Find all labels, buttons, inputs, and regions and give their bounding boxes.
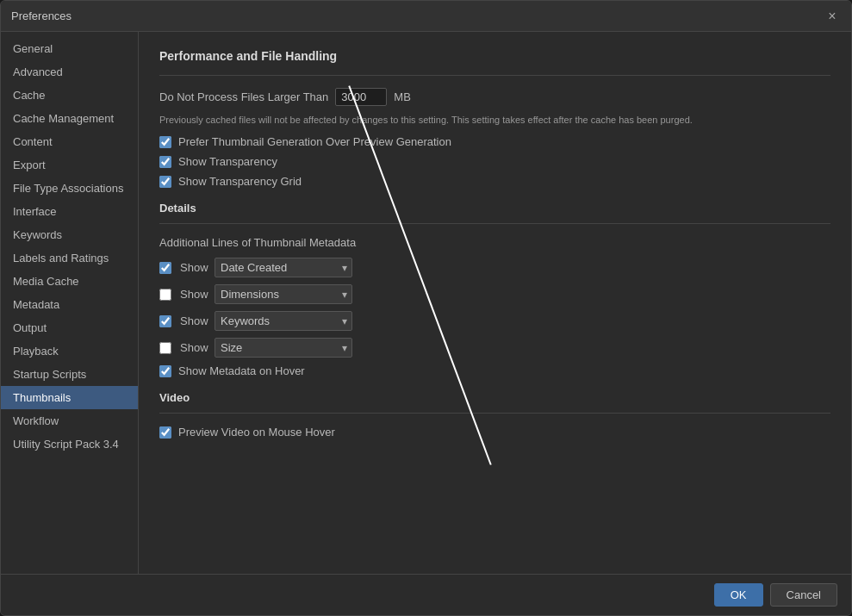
file-size-label: Do Not Process Files Larger Than	[159, 90, 328, 103]
sidebar-item-file-type-associations[interactable]: File Type Associations	[1, 177, 138, 200]
show-label-4: Show	[180, 341, 206, 354]
performance-section-title: Performance and File Handling	[159, 49, 830, 63]
footer: OK Cancel	[1, 574, 851, 615]
sidebar: GeneralAdvancedCacheCache ManagementCont…	[1, 32, 139, 574]
sidebar-item-keywords[interactable]: Keywords	[1, 223, 138, 246]
sidebar-item-cache-management[interactable]: Cache Management	[1, 107, 138, 130]
preview-video-checkbox[interactable]	[159, 426, 171, 439]
details-subtitle: Additional Lines of Thumbnail Metadata	[159, 236, 830, 249]
cancel-button[interactable]: Cancel	[770, 583, 837, 607]
dropdown-select-3[interactable]: Date Created Dimensions Keywords Size Fi…	[215, 311, 352, 331]
sidebar-item-startup-scripts[interactable]: Startup Scripts	[1, 363, 138, 386]
file-size-row: Do Not Process Files Larger Than MB	[159, 88, 830, 106]
sidebar-item-metadata[interactable]: Metadata	[1, 293, 138, 316]
file-size-input[interactable]	[335, 88, 387, 106]
title-bar: Preferences ×	[1, 1, 851, 32]
preview-video-row: Preview Video on Mouse Hover	[159, 426, 830, 439]
sidebar-item-workflow[interactable]: Workflow	[1, 409, 138, 432]
select-wrapper-2: Date Created Dimensions Keywords Size Fi…	[215, 284, 352, 304]
show-metadata-checkbox[interactable]	[159, 365, 171, 377]
details-title: Details	[159, 202, 830, 215]
close-button[interactable]: ×	[824, 8, 841, 25]
show-metadata-label: Show Metadata on Hover	[178, 364, 305, 377]
video-section: Video Preview Video on Mouse Hover	[159, 391, 830, 439]
show-label-1: Show	[180, 261, 206, 274]
show-transparency-row: Show Transparency	[159, 155, 830, 168]
prefer-thumbnail-checkbox[interactable]	[159, 136, 171, 148]
sidebar-item-cache[interactable]: Cache	[1, 84, 138, 107]
show-label-3: Show	[180, 314, 206, 327]
prefer-thumbnail-label: Prefer Thumbnail Generation Over Preview…	[178, 135, 451, 148]
main-content: Performance and File Handling Do Not Pro…	[139, 32, 851, 574]
dialog-title: Preferences	[11, 9, 72, 22]
sidebar-item-general[interactable]: General	[1, 37, 138, 60]
dropdown-select-2[interactable]: Date Created Dimensions Keywords Size Fi…	[215, 284, 352, 304]
dialog-body: GeneralAdvancedCacheCache ManagementCont…	[1, 32, 851, 574]
video-title: Video	[159, 391, 830, 404]
sidebar-item-labels-and-ratings[interactable]: Labels and Ratings	[1, 246, 138, 270]
select-wrapper-1: Date Created Dimensions Keywords Size Fi…	[215, 258, 352, 277]
sidebar-item-media-cache[interactable]: Media Cache	[1, 270, 138, 293]
sidebar-item-thumbnails[interactable]: Thumbnails	[1, 386, 138, 409]
preview-video-label: Preview Video on Mouse Hover	[178, 426, 335, 439]
dropdown-checkbox-2[interactable]	[159, 289, 171, 301]
show-transparency-grid-row: Show Transparency Grid	[159, 175, 830, 188]
show-transparency-grid-checkbox[interactable]	[159, 176, 171, 188]
details-section: Details Additional Lines of Thumbnail Me…	[159, 202, 830, 377]
select-wrapper-3: Date Created Dimensions Keywords Size Fi…	[215, 311, 352, 331]
show-transparency-checkbox[interactable]	[159, 156, 171, 168]
dropdown-checkbox-3[interactable]	[159, 315, 171, 327]
dropdown-checkbox-4[interactable]	[159, 342, 171, 354]
file-size-unit: MB	[394, 90, 411, 103]
sidebar-item-utility-script-pack[interactable]: Utility Script Pack 3.4	[1, 432, 138, 456]
show-label-2: Show	[180, 288, 206, 301]
show-transparency-grid-label: Show Transparency Grid	[178, 175, 302, 188]
dropdown-checkbox-1[interactable]	[159, 262, 171, 274]
dropdown-row-4: Show Date Created Dimensions Keywords Si…	[159, 338, 830, 358]
sidebar-item-advanced[interactable]: Advanced	[1, 60, 138, 84]
dropdown-select-1[interactable]: Date Created Dimensions Keywords Size Fi…	[215, 258, 352, 277]
sidebar-item-interface[interactable]: Interface	[1, 200, 138, 223]
show-transparency-label: Show Transparency	[178, 155, 277, 168]
prefer-thumbnail-row: Prefer Thumbnail Generation Over Preview…	[159, 135, 830, 148]
sidebar-item-content[interactable]: Content	[1, 130, 138, 153]
sidebar-item-export[interactable]: Export	[1, 153, 138, 177]
show-metadata-row: Show Metadata on Hover	[159, 364, 830, 377]
ok-button[interactable]: OK	[714, 583, 763, 607]
dropdown-row-2: Show Date Created Dimensions Keywords Si…	[159, 284, 830, 304]
sidebar-item-playback[interactable]: Playback	[1, 339, 138, 363]
sidebar-item-output[interactable]: Output	[1, 316, 138, 339]
dropdown-row-3: Show Date Created Dimensions Keywords Si…	[159, 311, 830, 331]
dropdown-row-1: Show Date Created Dimensions Keywords Si…	[159, 258, 830, 277]
dropdown-select-4[interactable]: Date Created Dimensions Keywords Size Fi…	[215, 338, 352, 358]
select-wrapper-4: Date Created Dimensions Keywords Size Fi…	[215, 338, 352, 358]
info-text: Previously cached files will not be affe…	[159, 115, 830, 125]
preferences-dialog: Preferences × GeneralAdvancedCacheCache …	[0, 0, 852, 616]
